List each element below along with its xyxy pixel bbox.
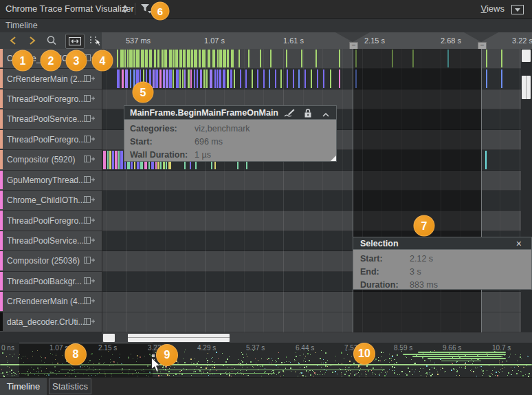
track-row[interactable]: ThreadPoolForegro...: [0, 130, 102, 150]
track-row[interactable]: Compositor (5920): [0, 150, 102, 170]
trace-event-bar[interactable]: [197, 70, 198, 87]
range-select-button[interactable]: [87, 34, 102, 47]
expand-track-button[interactable]: [84, 174, 95, 186]
trace-event-bar[interactable]: [173, 50, 175, 67]
trace-event-bar[interactable]: [109, 151, 111, 169]
trace-event-bar[interactable]: [187, 50, 190, 67]
trace-event-bar[interactable]: [184, 70, 186, 87]
trace-event-bar[interactable]: [234, 70, 235, 87]
viewer-switcher-icon[interactable]: [122, 5, 130, 13]
trace-event-bar[interactable]: [230, 70, 232, 87]
trace-event-bar[interactable]: [179, 70, 181, 87]
trace-event-bar[interactable]: [286, 50, 287, 67]
expand-track-button[interactable]: [84, 194, 95, 206]
trace-event-bar[interactable]: [164, 50, 167, 67]
trace-event-bar[interactable]: [339, 70, 340, 87]
trace-event-bar[interactable]: [323, 70, 324, 87]
track-row[interactable]: GpuMemoryThread...: [0, 171, 102, 191]
expand-track-button[interactable]: [84, 255, 95, 267]
trace-event-bar[interactable]: [120, 50, 124, 67]
track-row[interactable]: ThreadPoolBackgr...: [0, 272, 102, 292]
trace-event-bar[interactable]: [293, 70, 294, 87]
trace-event-bar[interactable]: [239, 50, 240, 67]
expand-track-button[interactable]: [84, 316, 95, 328]
views-menu[interactable]: Views: [481, 0, 505, 18]
expand-track-button[interactable]: [84, 73, 95, 85]
trace-event-bar[interactable]: [157, 50, 159, 67]
trace-event-bar[interactable]: [200, 70, 202, 87]
trace-event-bar[interactable]: [130, 70, 131, 87]
trace-event-bar[interactable]: [153, 70, 155, 87]
horizontal-scrollbar[interactable]: [102, 332, 532, 343]
trace-event-bar[interactable]: [129, 50, 133, 67]
selection-handle[interactable]: –: [464, 32, 498, 42]
trace-event-bar[interactable]: [176, 70, 179, 87]
trace-event-bar[interactable]: [206, 70, 208, 87]
track-row[interactable]: CrRendererMain (4...: [0, 292, 102, 312]
trace-event-bar[interactable]: [317, 70, 318, 87]
trace-event-bar[interactable]: [252, 70, 253, 87]
tab-statistics[interactable]: Statistics: [49, 378, 91, 394]
trace-event-bar[interactable]: [275, 70, 276, 87]
trace-event-bar[interactable]: [163, 70, 165, 87]
trace-event-bar[interactable]: [183, 50, 186, 67]
expand-track-button[interactable]: [84, 93, 95, 105]
trace-event-bar[interactable]: [179, 50, 182, 67]
trace-event-bar[interactable]: [315, 50, 317, 67]
trace-event-bar[interactable]: [169, 70, 172, 87]
tab-timeline[interactable]: Timeline: [0, 378, 47, 395]
search-button[interactable]: [44, 34, 59, 47]
trace-event-bar[interactable]: [103, 151, 106, 169]
trace-event-bar[interactable]: [145, 50, 148, 67]
expand-track-button[interactable]: [84, 275, 95, 288]
trace-event-bar[interactable]: [219, 50, 222, 67]
vertical-scrollbar-thumb[interactable]: [522, 50, 531, 62]
trace-event-bar[interactable]: [120, 151, 123, 169]
trace-event-bar[interactable]: [162, 50, 164, 67]
trace-event-bar[interactable]: [191, 50, 193, 67]
track-row[interactable]: ThreadPoolService...: [0, 109, 102, 129]
selection-handle[interactable]: –: [335, 32, 370, 42]
trace-event-bar[interactable]: [149, 50, 152, 67]
time-ruler[interactable]: 537 ms1.07 s1.61 s2.15 s2.68 s3.22 s––: [102, 32, 532, 49]
views-panel-icon[interactable]: [511, 5, 524, 17]
horizontal-scrollbar-button[interactable]: [103, 334, 115, 342]
trace-event-bar[interactable]: [117, 70, 120, 87]
track-row[interactable]: data_decoder.CrUti...: [0, 312, 102, 332]
minimap-viewport[interactable]: [19, 343, 153, 377]
trace-event-bar[interactable]: [212, 50, 215, 67]
trace-event-bar[interactable]: [190, 70, 192, 87]
trace-event-bar[interactable]: [304, 70, 306, 87]
trace-event-bar[interactable]: [115, 151, 118, 169]
track-row[interactable]: Chrome_ChildIOTh...: [0, 191, 102, 211]
trace-event-bar[interactable]: [227, 70, 229, 87]
trace-event-bar[interactable]: [245, 70, 247, 87]
track-row[interactable]: Compositor (25036): [0, 251, 102, 271]
trace-event-bar[interactable]: [280, 70, 282, 87]
trace-event-bar[interactable]: [136, 50, 140, 67]
trace-event-bar[interactable]: [159, 70, 162, 87]
trace-event-bar[interactable]: [227, 50, 229, 67]
track-row[interactable]: CrRendererMain (2...: [0, 69, 102, 89]
trace-event-bar[interactable]: [219, 70, 221, 87]
trace-event-bar[interactable]: [486, 50, 487, 67]
expand-track-button[interactable]: [84, 113, 95, 125]
trace-event-bar[interactable]: [202, 50, 206, 67]
trace-event-bar[interactable]: [301, 50, 302, 67]
trace-event-bar[interactable]: [240, 70, 241, 87]
trace-event-bar[interactable]: [166, 70, 168, 87]
trace-event-bar[interactable]: [485, 151, 487, 169]
prev-frame-button[interactable]: [5, 34, 21, 47]
trace-event-bar[interactable]: [217, 50, 219, 67]
track-row[interactable]: ThreadPoolService...: [0, 231, 102, 251]
trace-event-bar[interactable]: [107, 151, 109, 169]
trace-event-bar[interactable]: [269, 70, 270, 87]
trace-event-bar[interactable]: [203, 70, 206, 87]
trace-event-bar[interactable]: [154, 50, 156, 67]
trace-event-bar[interactable]: [124, 50, 126, 67]
trace-event-bar[interactable]: [210, 70, 212, 87]
trace-event-bar[interactable]: [199, 50, 201, 67]
trace-event-bar[interactable]: [223, 50, 226, 67]
trace-event-bar[interactable]: [194, 70, 195, 87]
trace-event-bar[interactable]: [194, 50, 197, 67]
